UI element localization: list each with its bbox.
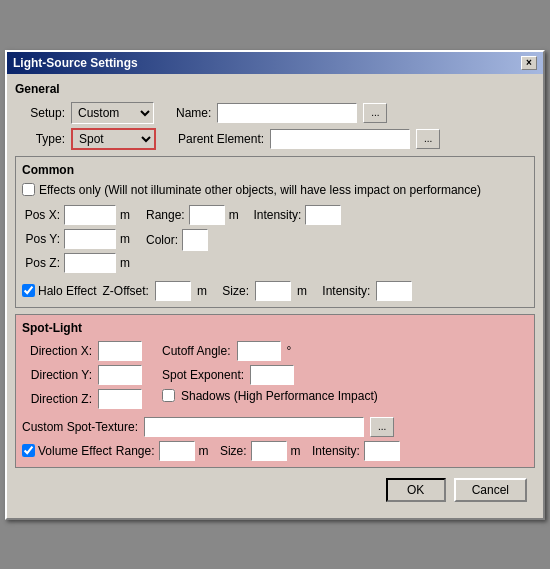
vol-range-input[interactable]: 50: [159, 441, 195, 461]
vol-size-unit: m: [291, 444, 301, 458]
cancel-button[interactable]: Cancel: [454, 478, 527, 502]
dir-z-input[interactable]: 0: [98, 389, 142, 409]
pos-z-unit: m: [120, 256, 130, 270]
vol-size-label: Size:: [220, 444, 247, 458]
size-label: Size:: [222, 284, 249, 298]
effects-only-label: Effects only (Will not illuminate other …: [39, 183, 481, 197]
dialog-title: Light-Source Settings: [13, 56, 138, 70]
pos-x-label: Pos X:: [22, 208, 60, 222]
shadows-label: Shadows (High Performance Impact): [181, 389, 378, 403]
dir-x-row: Direction X: 0: [22, 341, 142, 361]
pos-y-label: Pos Y:: [22, 232, 60, 246]
cutoff-label: Cutoff Angle:: [162, 344, 231, 358]
ok-button[interactable]: OK: [386, 478, 446, 502]
vol-range-label: Range:: [116, 444, 155, 458]
pos-y-input[interactable]: 0,6: [64, 229, 116, 249]
halo-checkbox[interactable]: [22, 284, 35, 297]
spot-main-row: Direction X: 0 Direction Y: -1 Direction…: [22, 341, 528, 413]
setup-select[interactable]: Custom Ambient Directional Point Spot: [71, 102, 154, 124]
exponent-row: Spot Exponent: 25: [162, 365, 378, 385]
range-unit: m: [229, 208, 239, 222]
general-section: General Setup: Custom Ambient Directiona…: [15, 82, 535, 150]
range-row: Range: 50 m Intensity: 1: [146, 205, 341, 225]
pos-range-row: Pos X: 7,3 m Pos Y: 0,6 m Pos Z: 0 m: [22, 205, 528, 277]
vol-intensity-label: Intensity:: [312, 444, 360, 458]
pos-x-row: Pos X: 7,3 m: [22, 205, 130, 225]
setup-label: Setup:: [15, 106, 65, 120]
title-bar: Light-Source Settings ×: [7, 52, 543, 74]
halo-row: Halo Effect Z-Offset: 0,3 m Size: 4 m In…: [22, 281, 528, 301]
type-row: Type: Spot Directional Point Ambient Par…: [15, 128, 535, 150]
common-section: Common Effects only (Will not illuminate…: [15, 156, 535, 308]
cutoff-row: Cutoff Angle: 30 °: [162, 341, 378, 361]
light-source-dialog: Light-Source Settings × General Setup: C…: [5, 50, 545, 520]
halo-intensity-input[interactable]: 1: [376, 281, 412, 301]
type-label: Type:: [15, 132, 65, 146]
texture-browse-button[interactable]: ...: [370, 417, 394, 437]
color-picker[interactable]: [182, 229, 208, 251]
dir-y-row: Direction Y: -1: [22, 365, 142, 385]
pos-x-input[interactable]: 7,3: [64, 205, 116, 225]
texture-label: Custom Spot-Texture:: [22, 420, 138, 434]
halo-label: Halo Effect: [38, 284, 96, 298]
dir-z-label: Direction Z:: [22, 392, 92, 406]
parent-label: Parent Element:: [178, 132, 264, 146]
halo-checkbox-group: Halo Effect: [22, 284, 96, 298]
range-group: Range: 50 m Intensity: 1 Color:: [146, 205, 341, 277]
close-button[interactable]: ×: [521, 56, 537, 70]
pos-y-unit: m: [120, 232, 130, 246]
color-row: Color:: [146, 229, 341, 251]
general-label: General: [15, 82, 535, 96]
pos-y-row: Pos Y: 0,6 m: [22, 229, 130, 249]
bottom-buttons: OK Cancel: [15, 474, 535, 510]
spot-section: Spot-Light Direction X: 0 Direction Y: -…: [15, 314, 535, 468]
cutoff-unit: °: [287, 344, 292, 358]
color-label: Color:: [146, 233, 178, 247]
exponent-input[interactable]: 25: [250, 365, 294, 385]
dir-y-label: Direction Y:: [22, 368, 92, 382]
effects-only-checkbox[interactable]: [22, 183, 35, 196]
volume-label: Volume Effect: [38, 444, 112, 458]
direction-group: Direction X: 0 Direction Y: -1 Direction…: [22, 341, 142, 413]
z-offset-label: Z-Offset:: [102, 284, 148, 298]
name-label: Name:: [176, 106, 211, 120]
size-unit: m: [297, 284, 307, 298]
pos-z-label: Pos Z:: [22, 256, 60, 270]
name-input[interactable]: thelight1: [217, 103, 357, 123]
spot-label: Spot-Light: [22, 321, 528, 335]
dir-y-input[interactable]: -1: [98, 365, 142, 385]
z-offset-unit: m: [197, 284, 207, 298]
volume-checkbox[interactable]: [22, 444, 35, 457]
cutoff-group: Cutoff Angle: 30 ° Spot Exponent: 25 Sha…: [162, 341, 378, 413]
pos-z-row: Pos Z: 0 m: [22, 253, 130, 273]
dir-z-row: Direction Z: 0: [22, 389, 142, 409]
parent-input[interactable]: ARM: [270, 129, 410, 149]
common-label: Common: [22, 163, 528, 177]
parent-browse-button[interactable]: ...: [416, 129, 440, 149]
texture-input[interactable]: [144, 417, 364, 437]
range-label: Range:: [146, 208, 185, 222]
z-offset-input[interactable]: 0,3: [155, 281, 191, 301]
setup-row: Setup: Custom Ambient Directional Point …: [15, 102, 535, 124]
name-browse-button[interactable]: ...: [363, 103, 387, 123]
volume-checkbox-group: Volume Effect: [22, 444, 112, 458]
dir-x-label: Direction X:: [22, 344, 92, 358]
effects-only-row: Effects only (Will not illuminate other …: [22, 183, 528, 197]
shadows-row: Shadows (High Performance Impact): [162, 389, 378, 403]
volume-row: Volume Effect Range: 50 m Size: 0,17 m I…: [22, 441, 528, 461]
pos-z-input[interactable]: 0: [64, 253, 116, 273]
pos-group: Pos X: 7,3 m Pos Y: 0,6 m Pos Z: 0 m: [22, 205, 130, 277]
cutoff-input[interactable]: 30: [237, 341, 281, 361]
dialog-body: General Setup: Custom Ambient Directiona…: [7, 74, 543, 518]
vol-intensity-input[interactable]: 0,3: [364, 441, 400, 461]
dir-x-input[interactable]: 0: [98, 341, 142, 361]
range-input[interactable]: 50: [189, 205, 225, 225]
vol-size-input[interactable]: 0,17: [251, 441, 287, 461]
shadows-checkbox[interactable]: [162, 389, 175, 402]
intensity-input[interactable]: 1: [305, 205, 341, 225]
vol-range-unit: m: [199, 444, 209, 458]
pos-x-unit: m: [120, 208, 130, 222]
type-select[interactable]: Spot Directional Point Ambient: [71, 128, 156, 150]
size-input[interactable]: 4: [255, 281, 291, 301]
intensity-label: Intensity:: [253, 208, 301, 222]
